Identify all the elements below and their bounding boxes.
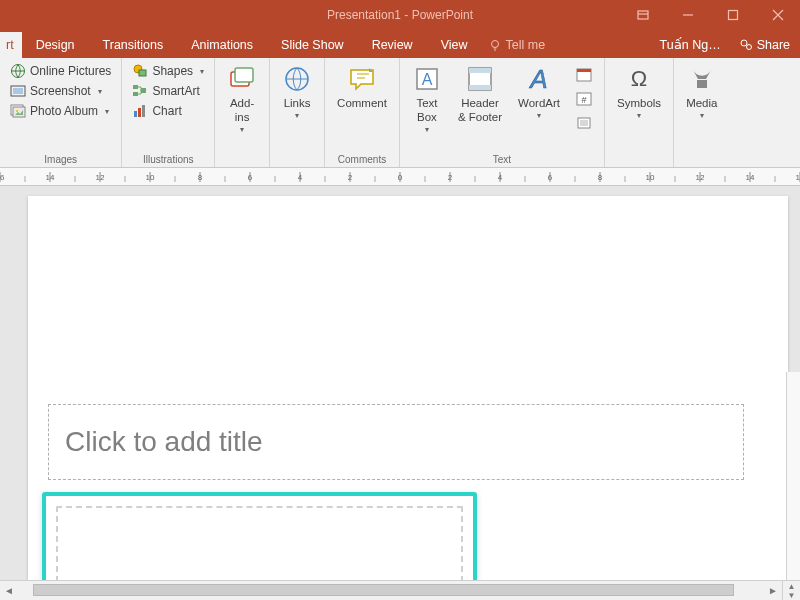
svg-text:8: 8 [598,173,603,182]
symbols-button[interactable]: Ω Symbols [611,62,667,122]
chart-icon [132,103,148,119]
svg-text:8: 8 [198,173,203,182]
group-label-illustrations: Illustrations [128,152,208,165]
shapes-icon [132,63,148,79]
group-symbols: Ω Symbols [605,58,674,167]
svg-rect-26 [469,85,491,90]
tab-slide-show[interactable]: Slide Show [267,32,358,58]
title-placeholder-text: Click to add title [65,426,263,458]
photo-album-button[interactable]: Photo Album [6,102,115,120]
links-button[interactable]: Links [276,62,318,122]
text-box-button[interactable]: A Text Box [406,62,448,136]
group-label-text: Text [406,152,598,165]
object-button[interactable] [572,114,596,132]
svg-text:10: 10 [146,173,155,182]
scroll-track[interactable] [18,581,764,600]
media-icon [687,64,717,94]
header-footer-button[interactable]: Header & Footer [452,62,508,136]
horizontal-scrollbar[interactable]: ◄ ► [0,580,782,600]
svg-rect-16 [134,111,137,117]
group-label-images: Images [6,152,115,165]
object-icon [576,115,592,131]
svg-rect-20 [235,68,253,82]
svg-text:14: 14 [46,173,55,182]
svg-text:6: 6 [248,173,253,182]
group-media: Media [674,58,729,167]
ribbon: Online Pictures Screenshot Photo Album I… [0,58,800,168]
title-bar: Presentation1 - PowerPoint [0,0,800,30]
tab-animations[interactable]: Animations [177,32,267,58]
ribbon-display-icon[interactable] [620,0,665,30]
svg-rect-35 [697,80,707,88]
svg-rect-7 [13,88,23,94]
slide-number-button[interactable]: # [572,90,596,108]
close-button[interactable] [755,0,800,30]
scroll-thumb[interactable] [33,584,734,596]
tab-view[interactable]: View [427,32,482,58]
svg-text:0: 0 [398,173,403,182]
group-addins: Add- ins [215,58,270,167]
text-box-drawing[interactable] [42,492,477,580]
group-comments: Comment Comments [325,58,400,167]
online-pictures-button[interactable]: Online Pictures [6,62,115,80]
media-button[interactable]: Media [680,62,723,122]
scroll-right-button[interactable]: ► [764,581,782,600]
comment-button[interactable]: Comment [331,62,393,113]
shapes-button[interactable]: Shapes [128,62,208,80]
tell-me-search[interactable]: Tell me [488,32,546,58]
svg-text:6: 6 [548,173,553,182]
screenshot-button[interactable]: Screenshot [6,82,115,100]
svg-text:14: 14 [746,173,755,182]
maximize-button[interactable] [710,0,755,30]
date-time-button[interactable] [572,66,596,84]
scroll-left-button[interactable]: ◄ [0,581,18,600]
group-text: A Text Box Header & Footer A WordArt # T… [400,58,605,167]
lightbulb-icon [488,38,502,52]
links-icon [282,64,312,94]
svg-text:4: 4 [298,173,303,182]
addins-icon [227,64,257,94]
svg-point-10 [16,110,18,112]
chart-button[interactable]: Chart [128,102,208,120]
svg-text:A: A [528,64,547,94]
svg-rect-1 [728,11,737,20]
svg-rect-25 [469,68,491,73]
symbols-icon: Ω [624,64,654,94]
svg-text:2: 2 [448,173,453,182]
title-placeholder[interactable]: Click to add title [48,404,744,480]
svg-rect-17 [138,108,141,117]
wordart-button[interactable]: A WordArt [512,62,566,136]
tab-insert-active[interactable]: rt [0,32,22,58]
svg-rect-0 [638,11,648,19]
account-name[interactable]: Tuấn Ng… [652,32,729,58]
smartart-icon [132,83,148,99]
online-pictures-icon [10,63,26,79]
ribbon-tabs: rt Design Transitions Animations Slide S… [0,30,800,58]
smartart-button[interactable]: SmartArt [128,82,208,100]
share-button[interactable]: Share [729,32,800,58]
svg-text:2: 2 [348,173,353,182]
scroll-corner[interactable]: ▲▼ [782,580,800,600]
svg-text:#: # [582,95,587,105]
horizontal-ruler: 1614121086420246810121416 [0,168,800,186]
group-illustrations: Shapes SmartArt Chart Illustrations [122,58,215,167]
slide-number-icon: # [576,91,592,107]
addins-button[interactable]: Add- ins [221,62,263,136]
svg-text:16: 16 [796,173,800,182]
svg-point-3 [741,40,747,46]
text-box-icon: A [412,64,442,94]
text-box-inner [56,506,463,580]
photo-album-icon [10,103,26,119]
svg-text:A: A [422,71,433,88]
group-links: Links [270,58,325,167]
tab-transitions[interactable]: Transitions [89,32,178,58]
svg-text:Ω: Ω [631,66,647,91]
share-icon [739,38,753,52]
date-time-icon [576,67,592,83]
group-label-comments: Comments [331,152,393,165]
tab-design[interactable]: Design [22,32,89,58]
wordart-icon: A [524,64,554,94]
slide-canvas[interactable]: Click to add title [0,186,800,580]
tab-review[interactable]: Review [358,32,427,58]
minimize-button[interactable] [665,0,710,30]
